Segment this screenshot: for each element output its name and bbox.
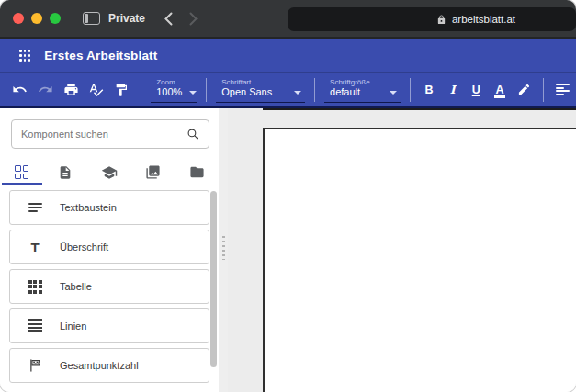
toolbar-divider [314, 78, 315, 102]
print-icon [63, 82, 79, 97]
component-card-linien[interactable]: Linien [9, 308, 209, 343]
align-left-icon [556, 83, 570, 97]
zoom-window-button[interactable] [50, 13, 61, 24]
folder-icon [189, 164, 205, 180]
text-lines-icon [26, 201, 44, 214]
page-top-edge [263, 108, 576, 110]
zoom-label: Zoom [156, 78, 193, 86]
component-search[interactable] [11, 119, 209, 149]
component-card-gesamtpunktzahl[interactable]: Gesamtpunktzahl [9, 348, 209, 383]
font-family-select[interactable]: Schriftart Open Sans [216, 76, 305, 103]
component-label: Überschrift [60, 241, 108, 252]
font-family-label: Schriftart [221, 78, 301, 86]
toolbar-divider [206, 78, 207, 102]
scrollbar-thumb[interactable] [210, 191, 217, 367]
component-card-tabelle[interactable]: Tabelle [9, 269, 209, 304]
sidebar-resize-handle[interactable] [219, 108, 228, 392]
component-label: Tabelle [60, 281, 92, 292]
forward-button[interactable] [188, 12, 198, 26]
chevron-down-icon [390, 91, 397, 95]
chevron-down-icon [294, 91, 301, 95]
print-button[interactable] [58, 77, 84, 103]
sidebar-scrollbar[interactable] [210, 189, 217, 392]
heading-t-icon: T [30, 241, 39, 254]
toolbar-divider [141, 78, 141, 102]
italic-button[interactable]: I [441, 78, 465, 102]
document-icon [58, 165, 73, 180]
back-button[interactable] [164, 12, 174, 26]
component-label: Gesamtpunktzahl [60, 360, 139, 371]
font-family-value: Open Sans [221, 86, 272, 98]
sidebar-toggle-icon[interactable] [83, 12, 100, 25]
search-icon [186, 128, 199, 140]
toolbar-divider [410, 78, 411, 102]
worksheet-canvas[interactable] [228, 108, 576, 392]
editor-toolbar: Zoom 100% Schriftart Open Sans Schriftgr… [0, 72, 576, 108]
component-label: Linien [60, 320, 86, 331]
chevron-down-icon [189, 91, 197, 95]
address-bar[interactable]: arbeitsblatt.at [288, 7, 576, 31]
component-card-ueberschrift[interactable]: T Überschrift [9, 230, 209, 264]
app-header: Erstes Arbeitsblatt [0, 39, 576, 72]
minimize-window-button[interactable] [31, 13, 42, 24]
zoom-value: 100% [156, 86, 182, 98]
apps-grid-icon[interactable] [19, 50, 30, 61]
tab-images[interactable] [131, 160, 175, 185]
format-paint-button[interactable] [109, 77, 135, 103]
school-icon [101, 164, 118, 181]
tab-components[interactable] [0, 160, 44, 185]
main-content: Textbaustein T Überschrift Tabelle [0, 108, 576, 392]
spellcheck-icon [88, 82, 104, 97]
lines-icon [26, 319, 44, 334]
worksheet-page[interactable] [263, 128, 576, 392]
bold-button[interactable]: B [417, 78, 441, 102]
tab-school[interactable] [87, 160, 131, 185]
toolbar-divider [543, 78, 544, 102]
component-sidebar: Textbaustein T Überschrift Tabelle [0, 108, 219, 392]
tab-documents[interactable] [44, 160, 88, 185]
font-size-select[interactable]: Schriftgröße default [324, 76, 401, 103]
checkered-flag-icon [28, 358, 42, 373]
redo-button[interactable] [33, 77, 59, 103]
url-text: arbeitsblatt.at [452, 14, 515, 25]
font-color-button[interactable]: A [488, 78, 512, 102]
align-button[interactable] [550, 77, 576, 103]
page-title: Erstes Arbeitsblatt [44, 49, 157, 62]
component-label: Textbaustein [60, 202, 117, 213]
sidebar-tabs [0, 160, 219, 185]
highlight-button[interactable] [512, 77, 537, 103]
image-library-icon [145, 164, 161, 180]
component-card-textbaustein[interactable]: Textbaustein [9, 190, 209, 225]
table-icon [28, 280, 42, 294]
browser-chrome: Private arbeitsblatt.at [0, 0, 576, 39]
underline-button[interactable]: U [464, 78, 488, 102]
paint-roller-icon [114, 83, 129, 97]
font-size-value: default [330, 86, 360, 98]
drag-grip-icon [222, 236, 225, 260]
component-list: Textbaustein T Überschrift Tabelle [0, 190, 219, 387]
tab-files[interactable] [175, 160, 219, 185]
undo-icon [12, 82, 28, 97]
font-size-label: Schriftgröße [330, 78, 397, 86]
search-input[interactable] [21, 129, 186, 140]
redo-icon [38, 82, 53, 97]
browser-window: Private arbeitsblatt.at Erstes Arbeitsbl… [0, 0, 576, 392]
pencil-icon [517, 83, 531, 96]
undo-button[interactable] [7, 77, 33, 103]
lock-icon [436, 15, 446, 25]
zoom-select[interactable]: Zoom 100% [151, 76, 197, 103]
spellcheck-button[interactable] [84, 77, 109, 103]
traffic-lights [13, 13, 61, 24]
private-badge: Private [108, 12, 145, 25]
close-window-button[interactable] [13, 13, 24, 24]
components-grid-icon [15, 165, 28, 179]
